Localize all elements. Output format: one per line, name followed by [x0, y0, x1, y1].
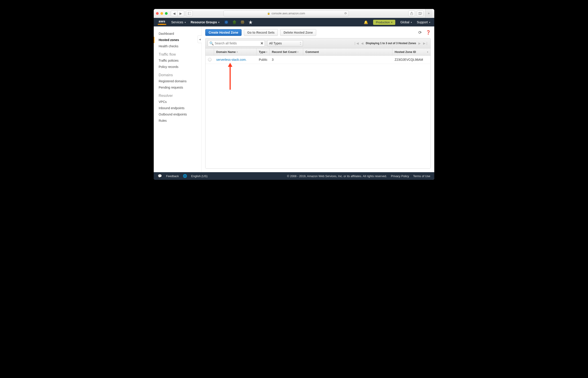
back-button[interactable]: ◀ — [171, 11, 177, 16]
support-label: Support — [417, 20, 428, 24]
aws-logo[interactable]: aws — [158, 20, 166, 25]
sidebar-item-dashboard[interactable]: Dashboard — [154, 30, 201, 37]
cell-hosted-zone-id: Z23O2EVCQL98AM — [392, 56, 431, 64]
sidebar-item-vpcs[interactable]: VPCs — [154, 99, 201, 105]
nav-services-label: Services — [171, 20, 183, 24]
sort-icon: ▾ — [266, 51, 267, 53]
pagination: ❘◀ ◀ Displaying 1 to 3 out of 3 Hosted Z… — [353, 41, 428, 45]
sidebar-item-traffic-policies[interactable]: Traffic policies — [154, 57, 201, 64]
minimize-window-icon[interactable] — [160, 12, 163, 15]
chevron-down-icon: ▾ — [218, 21, 219, 24]
shortcut-icon-1[interactable] — [224, 20, 228, 24]
account-menu[interactable]: Production ▾ — [373, 20, 395, 25]
column-comment-label: Comment — [305, 50, 319, 54]
type-filter-select[interactable]: All Types — [267, 40, 303, 46]
new-tab-button[interactable]: + — [425, 9, 432, 18]
nav-resource-groups[interactable]: Resource Groups ▾ — [191, 20, 219, 24]
close-window-icon[interactable] — [156, 12, 159, 15]
account-label: Production — [376, 21, 390, 24]
table-header: Domain Name ▾ Type ▾ Record Set Count ▾ … — [206, 48, 431, 56]
language-selector[interactable]: English (US) — [191, 175, 208, 178]
reload-icon[interactable]: ⟳ — [344, 12, 347, 15]
privacy-policy-link[interactable]: Privacy Policy — [391, 175, 409, 178]
share-button[interactable] — [408, 11, 415, 16]
clear-search-icon[interactable]: ✕ — [260, 41, 263, 45]
page-last-icon[interactable]: ▶❘ — [423, 41, 428, 45]
column-hosted-zone-id[interactable]: Hosted Zone ID ▾ — [392, 48, 431, 55]
sidebar-item-policy-records[interactable]: Policy records — [154, 64, 201, 70]
aws-top-nav: aws Services ▾ Resource Groups ▾ 🔔 Produ… — [154, 18, 434, 27]
url-host: console.aws.amazon.com — [272, 12, 305, 15]
page-next-icon[interactable]: ▶ — [418, 41, 421, 45]
support-menu[interactable]: Support ▾ — [417, 20, 430, 24]
main-content: Create Hosted Zone Go to Record Sets Del… — [202, 27, 434, 172]
column-type-label: Type — [259, 50, 265, 54]
sidebar-item-health-checks[interactable]: Health checks — [154, 43, 201, 49]
table-row[interactable]: serverless-stack.com. Public 3 Z23O2EVCQ… — [206, 56, 431, 64]
column-domain-name-label: Domain Name — [216, 50, 236, 54]
cell-comment — [303, 57, 392, 62]
globe-icon: 🌐 — [183, 174, 187, 178]
radio-icon[interactable] — [208, 58, 211, 61]
help-icon[interactable]: ❓ — [426, 30, 431, 35]
pin-icon[interactable] — [248, 20, 253, 24]
pagination-status: Displaying 1 to 3 out of 3 Hosted Zones — [366, 42, 416, 45]
feedback-icon: 💬 — [158, 174, 162, 178]
refresh-icon[interactable]: ⟳ — [418, 30, 422, 35]
search-input[interactable] — [215, 41, 260, 45]
go-to-record-sets-button[interactable]: Go to Record Sets — [244, 29, 278, 36]
nav-resource-groups-label: Resource Groups — [191, 20, 217, 24]
chevron-down-icon: ▾ — [391, 21, 392, 24]
search-icon: 🔍 — [209, 41, 214, 45]
page-prev-icon[interactable]: ◀ — [361, 41, 364, 45]
shortcut-icon-2[interactable] — [232, 20, 236, 24]
address-bar[interactable]: 🔒 console.aws.amazon.com ⟳ — [223, 11, 349, 16]
svg-rect-5 — [419, 12, 422, 14]
sidebar-heading-resolver: Resolver — [154, 91, 201, 99]
page-first-icon[interactable]: ❘◀ — [353, 41, 359, 45]
aws-body: Dashboard Hosted zones Health checks Tra… — [154, 27, 434, 172]
column-select — [206, 48, 214, 55]
table-body: serverless-stack.com. Public 3 Z23O2EVCQ… — [206, 56, 431, 168]
create-hosted-zone-button[interactable]: Create Hosted Zone — [205, 29, 242, 36]
chevron-down-icon: ▾ — [429, 21, 430, 24]
search-input-wrapper: 🔍 ✕ — [208, 40, 265, 46]
column-record-set-count[interactable]: Record Set Count ▾ — [270, 48, 303, 55]
nav-services[interactable]: Services ▾ — [171, 20, 186, 24]
copyright-text: © 2008 - 2019, Amazon Web Services, Inc.… — [287, 175, 387, 178]
sidebar-toggle-button[interactable] — [186, 11, 193, 16]
domain-name-link[interactable]: serverless-stack.com. — [216, 58, 247, 61]
sidebar-item-registered-domains[interactable]: Registered domains — [154, 78, 201, 84]
column-domain-name[interactable]: Domain Name ▾ — [214, 48, 257, 55]
sidebar-item-inbound-endpoints[interactable]: Inbound endpoints — [154, 105, 201, 111]
column-comment[interactable]: Comment — [303, 48, 392, 55]
column-hzid-label: Hosted Zone ID — [395, 50, 416, 54]
type-filter-value: All Types — [269, 41, 282, 45]
aws-footer: 💬 Feedback 🌐 English (US) © 2008 - 2019,… — [154, 172, 434, 180]
forward-button[interactable]: ▶ — [177, 11, 184, 16]
chevron-down-icon: ▾ — [411, 21, 412, 24]
tabs-button[interactable] — [417, 11, 423, 16]
column-rsc-label: Record Set Count — [272, 50, 297, 54]
shortcut-icon-3[interactable] — [240, 20, 245, 24]
sidebar-item-outbound-endpoints[interactable]: Outbound endpoints — [154, 111, 201, 118]
delete-hosted-zone-button[interactable]: Delete Hosted Zone — [280, 29, 316, 36]
sidebar-item-pending-requests[interactable]: Pending requests — [154, 84, 201, 91]
sidebar-heading-domains: Domains — [154, 70, 201, 78]
row-select[interactable] — [206, 56, 214, 64]
maximize-window-icon[interactable] — [165, 12, 168, 15]
column-type[interactable]: Type ▾ — [257, 48, 270, 55]
lock-icon: 🔒 — [267, 12, 270, 15]
region-menu[interactable]: Global ▾ — [400, 20, 412, 24]
hosted-zones-panel: 🔍 ✕ All Types ❘◀ ◀ Displaying 1 to 3 out… — [205, 38, 431, 169]
notifications-icon[interactable]: 🔔 — [364, 20, 368, 25]
sidebar-collapse-button[interactable]: ◀ — [198, 35, 202, 43]
sort-icon: ▾ — [237, 51, 238, 53]
terms-of-use-link[interactable]: Terms of Use — [413, 175, 430, 178]
region-label: Global — [400, 20, 409, 24]
feedback-link[interactable]: Feedback — [166, 175, 179, 178]
sidebar-item-hosted-zones[interactable]: Hosted zones — [154, 37, 201, 43]
sidebar-item-rules[interactable]: Rules — [154, 118, 201, 124]
annotation-arrow — [228, 63, 232, 90]
browser-window: ◀ ▶ 🔒 console.aws.amazon.com ⟳ + aws Se — [154, 9, 434, 180]
